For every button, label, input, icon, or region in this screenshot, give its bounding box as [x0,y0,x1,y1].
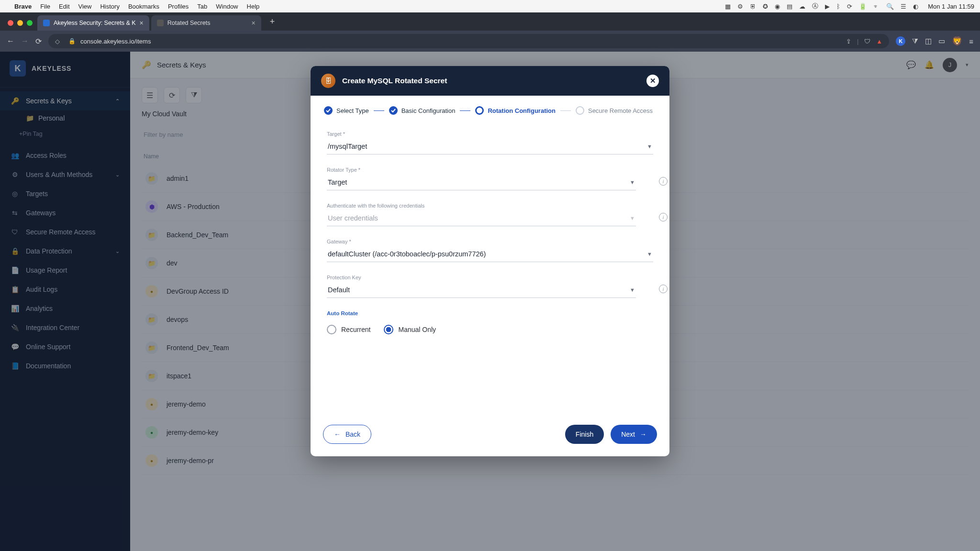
nav-back-icon[interactable]: ← [7,37,14,45]
field-auth-creds: Authenticate with the following credenti… [327,203,653,226]
mysql-icon: 🗄 [321,74,335,88]
back-button[interactable]: ← Back [323,425,371,444]
auto-rotate-radios: Recurrent Manual Only [327,325,653,334]
profile-k-icon[interactable]: K [896,36,905,46]
tab-close-icon[interactable]: × [140,19,144,27]
arrow-right-icon: → [640,430,646,438]
browser-toolbar: ← → ⟳ ◇ 🔒 console.akeyless.io/items ⇪ | … [0,31,980,52]
tray-app1-icon[interactable]: ✪ [763,3,768,10]
brave-shield-icon[interactable]: 🛡 [864,38,870,45]
menu-tab[interactable]: Tab [197,3,207,10]
radio-label: Recurrent [341,326,370,333]
brave-rewards-icon[interactable]: ▲ [876,38,882,45]
nav-reload-icon[interactable]: ⟳ [35,37,42,46]
step-label: Secure Remote Access [588,107,653,114]
menu-edit[interactable]: Edit [59,3,69,10]
menu-history[interactable]: History [100,3,119,10]
info-icon[interactable]: i [659,213,668,221]
sidebar-toggle-icon[interactable]: ◫ [925,37,932,45]
tab-favicon-icon [43,20,50,26]
field-label: Target * [327,131,653,137]
tab-favicon-icon [157,20,164,26]
tray-wifi-icon[interactable]: ᯤ [873,3,880,10]
chevron-down-icon: ▼ [647,251,652,257]
step-label: Basic Configuration [401,107,456,114]
tray-app2-icon[interactable]: ◉ [775,3,780,10]
tray-cloud-icon[interactable]: ☁ [799,3,805,10]
info-icon[interactable]: i [659,177,668,186]
address-bar[interactable]: ◇ 🔒 console.akeyless.io/items ⇪ | 🛡 ▲ [48,34,889,48]
select-value: defaultCluster (/acc-0r3toboaclec/p-psu0… [328,250,486,258]
share-icon[interactable]: ⇪ [846,38,851,45]
tray-play-icon[interactable]: ▶ [825,3,830,10]
menu-window[interactable]: Window [216,3,238,10]
field-gateway: Gateway * defaultCluster (/acc-0r3toboac… [327,239,653,262]
radio-recurrent[interactable]: Recurrent [327,325,370,334]
radio-label: Manual Only [398,326,436,333]
wallet-icon[interactable]: ▭ [938,37,945,45]
tray-search-icon[interactable]: 🔍 [886,3,894,10]
step-sra[interactable]: Secure Remote Access [576,106,653,115]
step-rotation-config[interactable]: Rotation Configuration [475,106,556,115]
step-select-type[interactable]: Select Type [324,106,369,115]
select-value: Default [328,286,350,294]
protection-key-select[interactable]: Default ▼ [327,283,636,298]
bookmark-icon[interactable]: ◇ [55,38,60,45]
modal-close-button[interactable]: ✕ [646,75,659,87]
menu-help[interactable]: Help [247,3,260,10]
lock-icon: 🔒 [68,38,76,44]
select-value: User credentials [328,214,378,222]
tray-user-icon[interactable]: ◐ [913,3,918,10]
target-select[interactable]: /mysqlTarget ▼ [327,140,653,154]
select-value: Target [328,178,347,186]
step-basic-config[interactable]: Basic Configuration [389,106,456,115]
window-zoom-icon[interactable] [27,20,33,26]
radio-manual-only[interactable]: Manual Only [384,325,436,334]
new-tab-button[interactable]: + [263,17,282,31]
menu-view[interactable]: View [78,3,92,10]
tab-close-icon[interactable]: × [252,19,256,27]
gateway-select[interactable]: defaultCluster (/acc-0r3toboaclec/p-psu0… [327,247,653,262]
tray-battery-icon[interactable]: 🔋 [859,3,867,10]
extensions-icon[interactable]: ⧩ [912,37,918,45]
menu-bookmarks[interactable]: Bookmarks [128,3,159,10]
field-rotator-type: Rotator Type * Target ▼ i [327,167,653,190]
finish-button[interactable]: Finish [565,425,604,444]
chevron-down-icon: ▼ [630,287,635,293]
chevron-down-icon: ▼ [630,179,635,185]
window-traffic-lights [5,20,37,31]
menubar-clock[interactable]: Mon 1 Jan 11:59 [928,3,974,10]
radio-dot-icon [384,325,393,334]
tray-a-icon[interactable]: Ⓐ [812,2,818,11]
nav-forward-icon[interactable]: → [21,37,29,45]
field-label: Rotator Type * [327,167,653,173]
browser-tab-rotated[interactable]: Rotated Secrets × [151,15,261,31]
browser-tab-akeyless[interactable]: Akeyless Security: Secrets & K × [37,15,149,31]
tray-app3-icon[interactable]: ▤ [787,3,792,10]
menubar-app-name[interactable]: Brave [14,3,32,10]
rotator-type-select[interactable]: Target ▼ [327,176,636,190]
tray-bluetooth-icon[interactable]: ᛒ [836,3,840,10]
tray-control-center-icon[interactable]: ☰ [901,3,906,10]
radio-dot-icon [327,325,336,334]
tray-shield-icon[interactable]: ⛨ [750,3,756,10]
field-target: Target * /mysqlTarget ▼ [327,131,653,154]
tab-title: Akeyless Security: Secrets & K [54,20,136,26]
menu-file[interactable]: File [40,3,50,10]
window-minimize-icon[interactable] [17,20,23,26]
modal-title: Create MySQL Rotated Secret [342,77,447,85]
button-label: Back [345,430,360,438]
tray-sync-icon[interactable]: ⟳ [847,3,852,10]
chevron-down-icon: ▼ [630,215,635,221]
brave-logo-icon[interactable]: 🦁 [952,36,962,46]
info-icon[interactable]: i [659,285,668,293]
auto-rotate-label: Auto Rotate [327,310,653,316]
menu-profiles[interactable]: Profiles [168,3,189,10]
tray-gear-icon[interactable]: ⚙ [737,3,743,10]
step-label: Select Type [336,107,369,114]
next-button[interactable]: Next → [611,425,657,444]
window-close-icon[interactable] [8,20,13,26]
auth-credentials-select[interactable]: User credentials ▼ [327,211,636,226]
hamburger-menu-icon[interactable]: ≡ [969,37,973,45]
tray-screenshare-icon[interactable]: ▦ [725,3,731,10]
